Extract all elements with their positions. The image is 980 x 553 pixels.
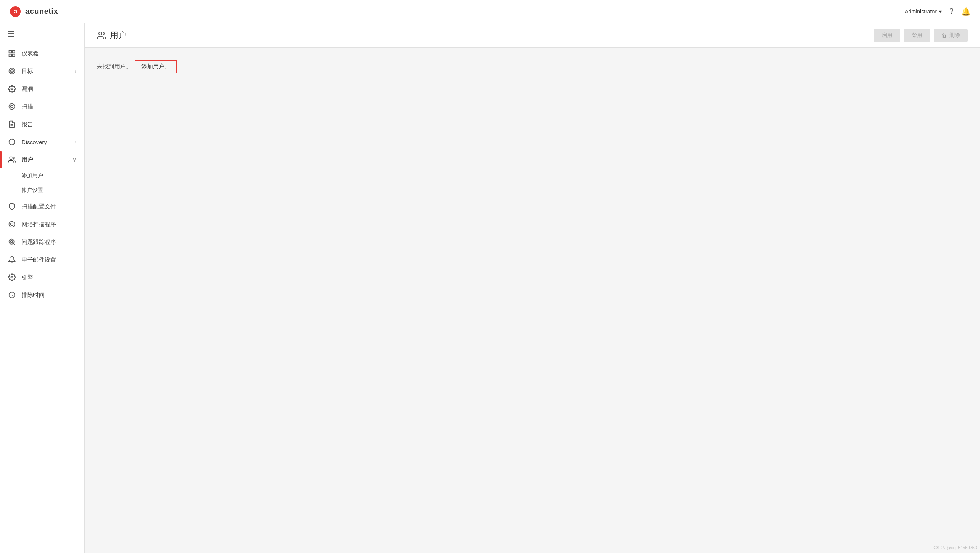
clock-icon: [8, 291, 16, 299]
delete-button-label: 删除: [949, 32, 960, 39]
network-icon: [8, 220, 16, 228]
chevron-right-icon: ›: [75, 139, 76, 145]
bell-icon: [8, 255, 16, 264]
sidebar-item-label: 扫描: [22, 103, 76, 110]
scan-icon: [8, 102, 16, 111]
sidebar-item-label: 目标: [22, 68, 69, 75]
sidebar-item-label: Discovery: [22, 139, 69, 145]
svg-rect-2: [9, 51, 12, 53]
topbar-right: Administrator ▾ ? 🔔: [905, 7, 971, 16]
header-actions: 启用 禁用 🗑 删除: [874, 29, 968, 42]
svg-point-9: [11, 88, 13, 90]
dropdown-arrow-icon: ▾: [939, 8, 942, 15]
sidebar-item-targets[interactable]: 目标 ›: [0, 62, 84, 80]
sidebar-item-reports[interactable]: 报告: [0, 115, 84, 133]
sidebar-item-label: 网络扫描程序: [22, 221, 76, 228]
svg-rect-3: [13, 51, 15, 53]
sidebar-item-network-scanner[interactable]: 网络扫描程序: [0, 215, 84, 233]
chevron-right-icon: ›: [75, 68, 76, 74]
menu-toggle-button[interactable]: ☰: [0, 23, 84, 45]
report-icon: [8, 120, 16, 128]
sidebar-item-label: 用户: [22, 156, 67, 163]
sidebar-item-label: 电子邮件设置: [22, 256, 76, 263]
svg-rect-4: [9, 54, 12, 57]
sidebar-item-discovery[interactable]: Discovery ›: [0, 133, 84, 151]
add-user-link[interactable]: 添加用户。: [135, 60, 177, 73]
sidebar-item-email-settings[interactable]: 电子邮件设置: [0, 251, 84, 268]
acunetix-logo-icon: a: [9, 5, 22, 18]
dashboard-icon: [8, 49, 16, 58]
enable-button[interactable]: 启用: [874, 29, 900, 42]
sidebar-item-label: 漏洞: [22, 85, 76, 93]
svg-point-23: [11, 241, 13, 243]
sidebar-item-label: 排除时间: [22, 291, 76, 299]
sidebar-item-users[interactable]: 用户 ∨: [0, 151, 84, 168]
sidebar-item-vulnerabilities[interactable]: 漏洞: [0, 80, 84, 98]
sidebar-item-label: 扫描配置文件: [22, 203, 76, 210]
main-content: 用户 启用 禁用 🗑 删除 未找到用户。 添加用户。: [85, 23, 980, 553]
sidebar-item-exclude-time[interactable]: 排除时间: [0, 286, 84, 304]
sidebar-item-engine[interactable]: 引擎: [0, 268, 84, 286]
shield-icon: [8, 202, 16, 211]
svg-point-26: [99, 32, 102, 35]
users-icon: [8, 155, 16, 164]
target-icon: [8, 67, 16, 75]
help-icon[interactable]: ?: [949, 7, 953, 16]
gear-icon: [8, 85, 16, 93]
svg-point-21: [9, 239, 14, 244]
svg-point-10: [9, 104, 15, 110]
active-indicator: [0, 151, 2, 168]
svg-point-11: [11, 105, 13, 108]
svg-line-22: [13, 243, 15, 245]
sidebar-item-scan-profiles[interactable]: 扫描配置文件: [0, 198, 84, 215]
main-layout: ☰ 仪表盘 目标 ›: [0, 23, 980, 553]
sidebar-item-label: 报告: [22, 121, 76, 128]
no-users-text: 未找到用户。: [97, 63, 131, 70]
app-name: acunetix: [25, 7, 58, 16]
sidebar: ☰ 仪表盘 目标 ›: [0, 23, 85, 553]
svg-rect-5: [13, 54, 15, 57]
sidebar-item-label: 引擎: [22, 274, 76, 281]
sidebar-subitem-label: 添加用户: [22, 172, 43, 178]
admin-label: Administrator: [905, 8, 936, 15]
svg-text:a: a: [14, 8, 17, 15]
page-title-text: 用户: [110, 30, 127, 41]
topbar-left: a acunetix: [9, 5, 58, 18]
sidebar-subitem-label: 帐户设置: [22, 187, 43, 193]
sidebar-item-issue-tracker[interactable]: 问题跟踪程序: [0, 233, 84, 251]
delete-button[interactable]: 🗑 删除: [934, 29, 968, 42]
admin-dropdown[interactable]: Administrator ▾: [905, 8, 941, 15]
disable-button[interactable]: 禁用: [904, 29, 930, 42]
delete-trash-icon: 🗑: [942, 32, 947, 38]
chevron-down-icon: ∨: [73, 157, 76, 163]
watermark: CSDN @qq_51550750: [933, 545, 977, 550]
svg-point-8: [12, 71, 12, 72]
discovery-icon: [8, 138, 16, 146]
page-content: 未找到用户。 添加用户。: [85, 48, 980, 553]
page-header: 用户 启用 禁用 🗑 删除: [85, 23, 980, 48]
sidebar-item-label: 问题跟踪程序: [22, 238, 76, 246]
sidebar-subitem-account-settings[interactable]: 帐户设置: [0, 183, 84, 198]
issue-icon: [8, 238, 16, 246]
sidebar-subitem-add-user[interactable]: 添加用户: [0, 168, 84, 183]
sidebar-item-scans[interactable]: 扫描: [0, 98, 84, 115]
engine-icon: [8, 273, 16, 281]
page-title: 用户: [97, 30, 127, 41]
sidebar-item-label: 仪表盘: [22, 50, 76, 57]
notification-icon[interactable]: 🔔: [961, 7, 971, 16]
svg-point-24: [11, 276, 13, 278]
topbar: a acunetix Administrator ▾ ? 🔔: [0, 0, 980, 23]
sidebar-item-dashboard[interactable]: 仪表盘: [0, 45, 84, 62]
svg-point-17: [10, 157, 12, 160]
svg-point-19: [11, 223, 13, 226]
page-title-icon: [97, 31, 106, 40]
